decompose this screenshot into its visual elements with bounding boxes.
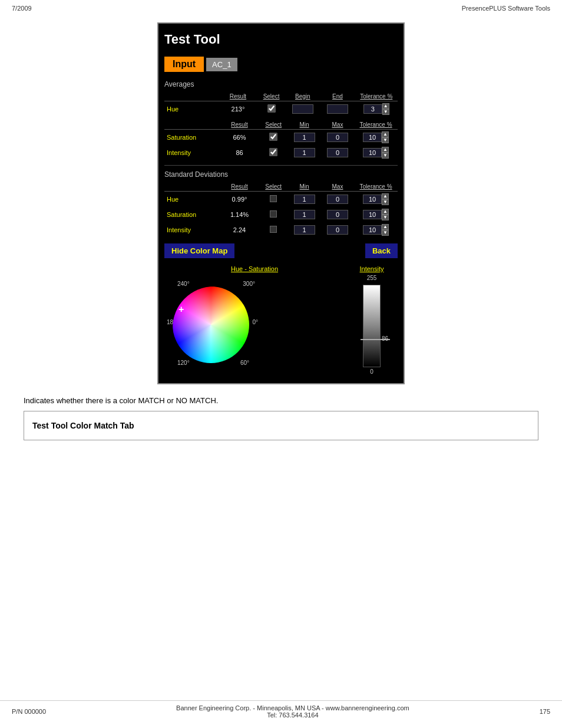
std-int-checkbox[interactable] [270,226,277,233]
std-int-max-field[interactable]: 0 [327,225,348,235]
std-sat-result: 1.14% [220,207,259,222]
col-tolerance-header: Tolerance % [360,93,392,100]
std-hue-tolerance-spinner-btns[interactable]: ▲ ▼ [382,193,389,205]
intensity-min-field[interactable]: 1 [294,148,315,157]
saturation-tolerance-down-btn[interactable]: ▼ [382,137,389,143]
intensity-tolerance-field[interactable]: 10 [363,148,382,157]
dialog-title: Test Tool [164,29,398,50]
hue-end-field[interactable] [327,104,348,114]
col-tolerance-header3: Tolerance % [360,183,392,190]
intensity-bottom-val: 0 [370,368,373,375]
averages-label: Averages [164,80,398,88]
page-header: 7/2009 PresencePLUS Software Tools [0,0,562,17]
col-tolerance-header2: Tolerance % [360,121,392,128]
color-match-title: Test Tool Color Match Tab [32,421,530,430]
col-max-header2: Max [332,183,343,190]
col-result-header2: Result [231,121,247,128]
std-sat-checkbox[interactable] [270,210,277,218]
intensity-tolerance-up-btn[interactable]: ▲ [382,147,389,153]
saturation-max-field[interactable]: 0 [327,133,348,142]
std-sat-label: Saturation [164,207,220,222]
std-sat-max-field[interactable]: 0 [327,210,348,219]
std-hue-result: 0.99° [220,192,259,207]
saturation-label: Saturation [164,130,220,146]
hue-sat-wrapper: 240° 300° 180° + 0° 120° 60° [167,275,261,369]
back-button[interactable]: Back [365,243,398,258]
intensity-bar: 86 [363,285,381,367]
std-int-min-field[interactable]: 1 [294,225,315,235]
intensity-row: Intensity 86 1 0 10 ▲ ▼ [164,145,398,160]
saturation-min-field[interactable]: 1 [294,133,315,142]
std-hue-tolerance-spinner[interactable]: 10 ▲ ▼ [363,193,389,205]
intensity-result: 86 [220,145,259,160]
color-map-area: Hue - Saturation 240° 300° 180° + 0° 120… [164,263,398,377]
intensity-tolerance-down-btn[interactable]: ▼ [382,153,389,159]
saturation-tolerance-field[interactable]: 10 [363,133,382,142]
col-result-header3: Result [231,183,247,190]
std-hue-checkbox[interactable] [270,195,277,202]
hue-tolerance-down-btn[interactable]: ▼ [382,109,389,115]
hue-sat-label: Hue - Saturation [167,265,342,272]
saturation-result: 66% [220,130,259,146]
std-int-tolerance-field[interactable]: 10 [363,225,382,235]
angle-120-label: 120° [177,360,190,366]
buttons-row: Hide Color Map Back [164,243,398,258]
std-sat-min-field[interactable]: 1 [294,210,315,219]
std-sat-tolerance-up-btn[interactable]: ▲ [382,209,389,215]
hue-label: Hue [164,101,219,117]
hue-sat-canvas: + [173,286,255,369]
footer-page-number: 175 [540,708,550,715]
std-sat-tolerance-spinner[interactable]: 10 ▲ ▼ [363,209,389,220]
intensity-marker: 86 [361,339,390,340]
angle-0-label: 0° [252,319,258,325]
col-result-header: Result [230,93,246,100]
std-sat-tolerance-down-btn[interactable]: ▼ [382,215,389,220]
std-sat-tolerance-spinner-btns[interactable]: ▲ ▼ [382,209,389,220]
hide-color-map-button[interactable]: Hide Color Map [164,243,234,258]
saturation-tolerance-spinner-btns[interactable]: ▲ ▼ [382,131,389,143]
intensity-max-field[interactable]: 0 [327,148,348,157]
intensity-select-checkbox[interactable] [269,148,277,156]
hue-row: Hue 213° 3 ▲ ▼ [164,101,398,117]
section-divider [164,165,398,166]
col-select-header2: Select [265,121,282,128]
color-wheel: + [173,286,249,363]
std-int-tolerance-spinner[interactable]: 10 ▲ ▼ [363,224,389,236]
intensity-bar-wrapper: 86 [363,285,381,367]
page-footer: P/N 000000 Banner Engineering Corp. - Mi… [0,700,562,722]
col-begin-header: Begin [295,93,310,100]
tab-ac-label: AC_1 [206,58,237,71]
std-hue-tolerance-field[interactable]: 10 [363,195,382,204]
hue-tolerance-spinner[interactable]: 3 ▲ ▼ [363,103,389,115]
color-match-box: Test Tool Color Match Tab [24,411,538,440]
std-sat-tolerance-field[interactable]: 10 [363,210,382,219]
footer-center: Banner Engineering Corp. - Minneapolis, … [46,704,540,719]
std-int-tolerance-up-btn[interactable]: ▲ [382,224,389,230]
intensity-tolerance-spinner-btns[interactable]: ▲ ▼ [382,147,389,159]
saturation-select-checkbox[interactable] [269,133,277,141]
std-hue-min-field[interactable]: 1 [294,195,315,204]
intensity-top-val: 255 [367,275,377,281]
saturation-tolerance-up-btn[interactable]: ▲ [382,131,389,137]
tab-area: Input AC_1 [164,57,398,72]
hue-tolerance-up-btn[interactable]: ▲ [382,103,389,109]
tab-input-button[interactable]: Input [164,57,204,72]
hue-tolerance-field[interactable]: 3 [363,104,382,114]
std-hue-tolerance-up-btn[interactable]: ▲ [382,193,389,199]
std-int-tolerance-down-btn[interactable]: ▼ [382,230,389,236]
saturation-tolerance-spinner[interactable]: 10 ▲ ▼ [363,131,389,143]
std-dev-table: Result Select Min Max Tolerance % Hue 0.… [164,182,398,238]
header-right: PresencePLUS Software Tools [462,5,550,12]
intensity-tolerance-spinner[interactable]: 10 ▲ ▼ [363,147,389,159]
std-int-row: Intensity 2.24 1 0 10 ▲ ▼ [164,222,398,238]
hue-tolerance-spinner-btns[interactable]: ▲ ▼ [382,103,389,115]
std-int-tolerance-spinner-btns[interactable]: ▲ ▼ [382,224,389,236]
hue-begin-field[interactable] [292,104,313,114]
intensity-label: Intensity [164,145,220,160]
std-int-result: 2.24 [220,222,259,238]
std-hue-max-field[interactable]: 0 [327,195,348,204]
hue-select-checkbox[interactable] [267,104,276,113]
col-max-header: Max [332,121,343,128]
std-hue-tolerance-down-btn[interactable]: ▼ [382,199,389,205]
angle-240-label: 240° [177,281,190,287]
